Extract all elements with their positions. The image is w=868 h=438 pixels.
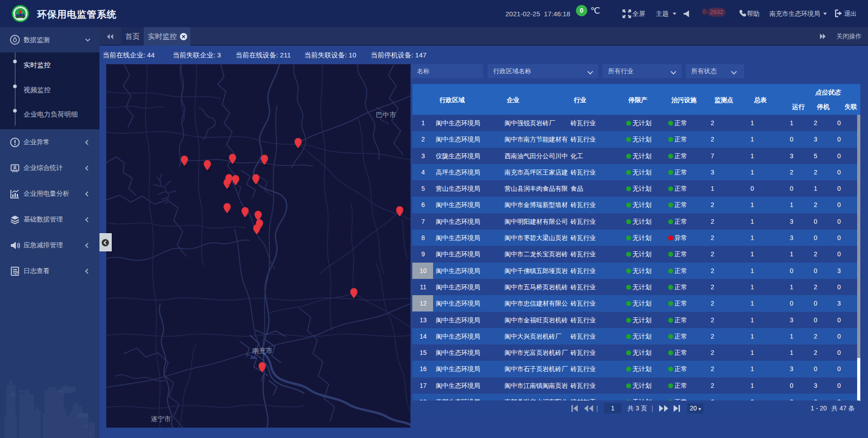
svg-text:遂宁市: 遂宁市 xyxy=(151,415,171,423)
svg-text:南充市: 南充市 xyxy=(252,347,273,354)
svg-text:巴中市: 巴中市 xyxy=(376,111,396,118)
